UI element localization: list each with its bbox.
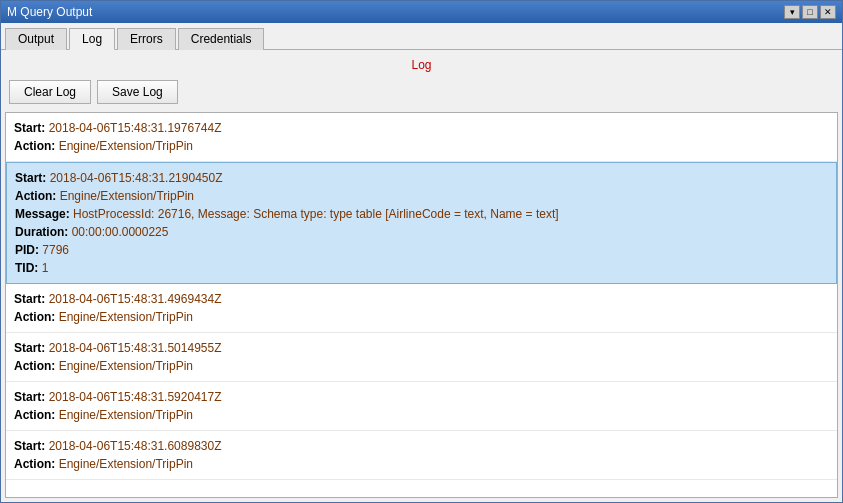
log-field-label: Action: xyxy=(14,359,59,373)
log-entry[interactable]: Start: 2018-04-06T15:48:31.5920417ZActio… xyxy=(6,382,837,431)
log-field-label: Start: xyxy=(14,439,49,453)
log-entry[interactable]: Start: 2018-04-06T15:48:31.4969434ZActio… xyxy=(6,284,837,333)
log-field-label: Start: xyxy=(14,390,49,404)
log-field-label: Action: xyxy=(15,189,60,203)
tab-errors[interactable]: Errors xyxy=(117,28,176,50)
log-field-label: TID: xyxy=(15,261,42,275)
log-field-label: Start: xyxy=(14,121,49,135)
restore-button[interactable]: □ xyxy=(802,5,818,19)
title-bar: M Query Output ▾ □ ✕ xyxy=(1,1,842,23)
log-entry[interactable]: Start: 2018-04-06T15:48:31.1976744ZActio… xyxy=(6,113,837,162)
log-field-label: Start: xyxy=(14,341,49,355)
log-field-label: Message: xyxy=(15,207,73,221)
log-field-value: Engine/Extension/TripPin xyxy=(59,310,193,324)
save-log-button[interactable]: Save Log xyxy=(97,80,178,104)
log-entry[interactable]: Start: 2018-04-06T15:48:31.2190450ZActio… xyxy=(6,162,837,284)
log-field-value: 2018-04-06T15:48:31.4969434Z xyxy=(49,292,222,306)
tab-credentials[interactable]: Credentials xyxy=(178,28,265,50)
title-bar-controls: ▾ □ ✕ xyxy=(784,5,836,19)
log-field-value: 7796 xyxy=(42,243,69,257)
toolbar: Clear Log Save Log xyxy=(1,76,842,112)
log-field-value: 2018-04-06T15:48:31.5920417Z xyxy=(49,390,222,404)
minimize-button[interactable]: ▾ xyxy=(784,5,800,19)
close-button[interactable]: ✕ xyxy=(820,5,836,19)
log-field-label: PID: xyxy=(15,243,42,257)
log-field-label: Duration: xyxy=(15,225,72,239)
tab-output[interactable]: Output xyxy=(5,28,67,50)
log-field-value: 2018-04-06T15:48:31.6089830Z xyxy=(49,439,222,453)
log-field-label: Action: xyxy=(14,408,59,422)
main-window: M Query Output ▾ □ ✕ Output Log Errors C… xyxy=(0,0,843,503)
tab-log[interactable]: Log xyxy=(69,28,115,50)
log-field-value: Engine/Extension/TripPin xyxy=(59,408,193,422)
log-field-value: HostProcessId: 26716, Message: Schema ty… xyxy=(73,207,559,221)
log-field-value: Engine/Extension/TripPin xyxy=(60,189,194,203)
log-entry[interactable]: Start: 2018-04-06T15:48:31.5014955ZActio… xyxy=(6,333,837,382)
log-field-label: Action: xyxy=(14,310,59,324)
log-field-value: 00:00:00.0000225 xyxy=(72,225,169,239)
log-entry[interactable]: Start: 2018-04-06T15:48:31.6089830ZActio… xyxy=(6,431,837,480)
log-field-value: 2018-04-06T15:48:31.2190450Z xyxy=(50,171,223,185)
window-title: M Query Output xyxy=(7,5,92,19)
log-field-value: 1 xyxy=(42,261,49,275)
log-title: Log xyxy=(1,50,842,76)
log-field-label: Start: xyxy=(14,292,49,306)
log-field-label: Start: xyxy=(15,171,50,185)
content-area: Log Clear Log Save Log Start: 2018-04-06… xyxy=(1,50,842,502)
log-field-value: Engine/Extension/TripPin xyxy=(59,457,193,471)
log-field-value: Engine/Extension/TripPin xyxy=(59,139,193,153)
tabs-bar: Output Log Errors Credentials xyxy=(1,23,842,50)
log-field-value: 2018-04-06T15:48:31.5014955Z xyxy=(49,341,222,355)
log-field-value: 2018-04-06T15:48:31.1976744Z xyxy=(49,121,222,135)
log-container[interactable]: Start: 2018-04-06T15:48:31.1976744ZActio… xyxy=(5,112,838,498)
log-field-label: Action: xyxy=(14,457,59,471)
clear-log-button[interactable]: Clear Log xyxy=(9,80,91,104)
log-field-label: Action: xyxy=(14,139,59,153)
log-field-value: Engine/Extension/TripPin xyxy=(59,359,193,373)
